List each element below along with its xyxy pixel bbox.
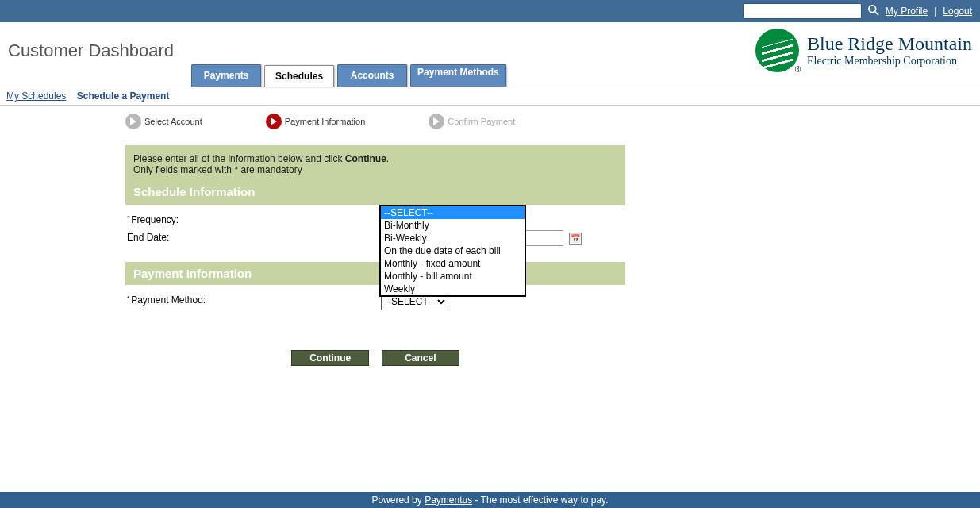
breadcrumb-current: Schedule a Payment [77,90,170,102]
wizard-step-label: Select Account [144,117,202,126]
registered-mark-icon: ® [795,65,801,74]
calendar-icon[interactable]: 📅 [569,233,582,245]
frequency-option[interactable]: Monthly - bill amount [381,270,525,283]
instruction-text: . [386,153,389,164]
step-arrow-icon [266,114,282,129]
brand-logo-icon [755,29,799,72]
instruction-continue-word: Continue [345,153,386,164]
frequency-label: Frequency: [131,214,179,225]
brand-subtitle: Electric Membership Corporation [807,55,972,67]
button-row: Continue Cancel [125,350,625,366]
tab-payments[interactable]: Payments [191,64,261,87]
svg-marker-2 [130,117,136,125]
frequency-option[interactable]: Bi-Weekly [381,232,525,244]
frequency-dropdown-list[interactable]: --SELECT-- Bi-Monthly Bi-Weekly On the d… [379,205,526,297]
page-title: Customer Dashboard [0,40,183,69]
my-profile-link[interactable]: My Profile [886,6,928,17]
brand-name: Blue Ridge Mountain [807,33,972,55]
section-heading-payment-information: Payment Information [125,262,625,285]
wizard-step-label: Confirm Payment [448,117,515,126]
wizard-steps: Select Account Payment Information Confi… [125,114,752,129]
frequency-option[interactable]: Monthly - fixed amount [381,257,525,270]
frequency-option[interactable]: On the due date of each bill [381,244,525,257]
brand: ® Blue Ridge Mountain Electric Membershi… [755,29,972,72]
section-heading-schedule-information: Schedule Information [133,185,617,198]
end-date-label: End Date: [127,232,169,243]
step-arrow-icon [125,114,141,129]
top-bar: My Profile | Logout [0,0,980,22]
continue-button[interactable]: Continue [291,350,369,366]
wizard-step-label: Payment Information [285,117,366,126]
payment-fields: *Payment Method: --SELECT-- [125,285,625,326]
search-icon[interactable] [868,5,879,18]
logout-link[interactable]: Logout [943,6,972,17]
frequency-option[interactable]: Weekly [381,283,525,295]
schedule-fields: *Frequency: End Date: 📅 --SELECT-- Bi-Mo… [125,205,625,262]
instruction-mandatory-note: Only fields marked with * are mandatory [133,164,617,175]
content: Select Account Payment Information Confi… [125,114,752,366]
form-panel: Please enter all of the information belo… [125,145,625,366]
svg-line-1 [875,11,878,14]
search-input[interactable] [743,3,862,19]
wizard-step-confirm-payment: Confirm Payment [429,114,515,129]
tab-payment-methods[interactable]: Payment Methods [410,64,506,87]
instruction-text: Please enter all of the information belo… [133,153,345,164]
my-schedules-link[interactable]: My Schedules [6,90,66,102]
step-arrow-icon [429,114,444,129]
tab-schedules[interactable]: Schedules [264,65,334,87]
wizard-step-select-account: Select Account [125,114,202,129]
required-asterisk: * [127,214,129,221]
wizard-step-payment-information: Payment Information [266,114,366,129]
frequency-option[interactable]: Bi-Monthly [381,219,525,232]
header: Customer Dashboard Payments Schedules Ac… [0,22,980,87]
payment-method-label: Payment Method: [131,294,206,306]
main-tabs: Payments Schedules Accounts Payment Meth… [191,64,506,87]
svg-marker-4 [433,117,440,125]
separator: | [934,6,936,17]
svg-point-0 [869,5,876,12]
svg-marker-3 [271,117,277,125]
frequency-option[interactable]: --SELECT-- [381,206,525,219]
sub-nav: My Schedules Schedule a Payment [0,87,980,106]
required-asterisk: * [127,294,129,302]
instruction-box: Please enter all of the information belo… [125,145,625,205]
tab-accounts[interactable]: Accounts [337,64,407,87]
cancel-button[interactable]: Cancel [382,350,459,366]
